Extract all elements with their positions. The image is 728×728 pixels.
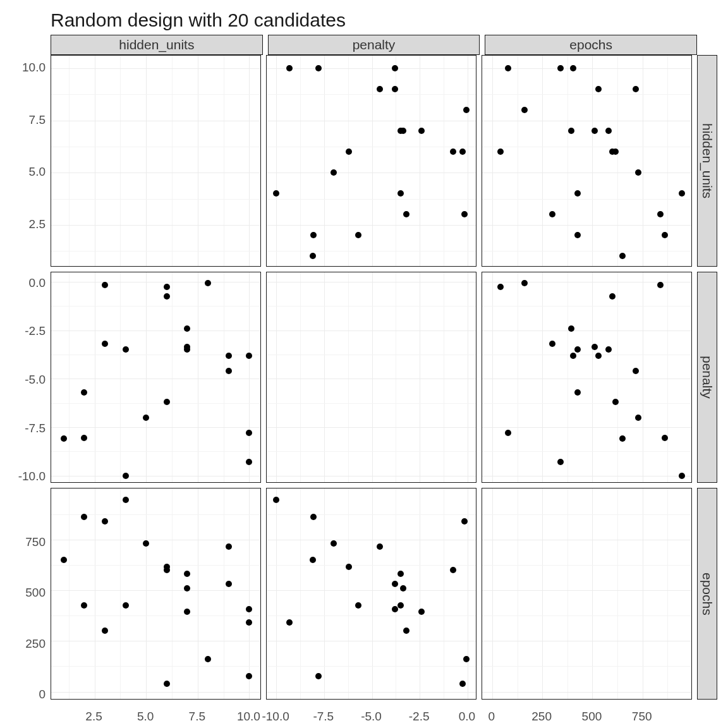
x-tick-label: -2.5 [409, 710, 430, 724]
data-point [226, 353, 232, 359]
x-tick-label: 2.5 [85, 710, 102, 724]
data-point [246, 619, 252, 626]
x-tick-label: 0.0 [459, 710, 475, 724]
data-point [400, 128, 406, 134]
data-point [331, 540, 337, 547]
data-point [635, 415, 641, 421]
y-tick-label: 750 [25, 535, 46, 549]
x-tick-label: -5.0 [361, 710, 382, 724]
data-point [61, 557, 67, 563]
x-tick-label: 750 [632, 710, 652, 724]
data-point [403, 628, 410, 634]
data-point [570, 353, 576, 359]
data-point [568, 128, 574, 134]
data-point [679, 190, 685, 197]
chart-title: Random design with 20 candidates [51, 9, 346, 31]
data-point [123, 473, 129, 479]
data-point [679, 473, 685, 479]
data-point [612, 399, 619, 405]
data-point [497, 149, 504, 155]
data-point [184, 609, 190, 615]
data-point [619, 435, 626, 442]
data-point [549, 211, 555, 217]
data-point [574, 389, 581, 396]
panel [266, 272, 476, 483]
x-tick-label: -10.0 [262, 710, 289, 724]
panel [266, 488, 476, 700]
data-point [273, 190, 279, 197]
data-point [102, 341, 108, 347]
data-point [459, 149, 466, 155]
pairs-matrix: hidden_unitspenaltyepochs hidden_unitspe… [51, 35, 717, 705]
data-point [310, 514, 317, 520]
data-point [392, 86, 398, 92]
data-point [557, 459, 564, 465]
data-point [633, 86, 639, 92]
data-point [184, 571, 190, 577]
data-point [592, 344, 598, 350]
data-point [377, 86, 383, 92]
column-strip: epochs [485, 35, 697, 55]
x-tick-label: 0 [488, 710, 495, 724]
x-tick-label: 7.5 [189, 710, 205, 724]
data-point [461, 211, 468, 217]
data-point [226, 368, 232, 374]
panel [51, 55, 261, 267]
data-point [273, 497, 279, 503]
data-point [605, 346, 612, 353]
data-point [377, 543, 383, 550]
data-point [164, 681, 170, 687]
row-strip: hidden_units [697, 55, 717, 267]
data-point [605, 128, 612, 134]
data-point [164, 567, 170, 573]
data-point [81, 514, 87, 520]
y-tick-label: 0 [39, 688, 46, 701]
data-point [595, 353, 602, 359]
data-point [246, 673, 252, 679]
data-point [310, 253, 316, 259]
data-point [392, 606, 398, 612]
data-point [450, 149, 456, 155]
data-point [123, 497, 129, 503]
data-point [355, 602, 361, 609]
y-tick-label: -10.0 [18, 470, 46, 483]
data-point [392, 65, 398, 71]
data-point [557, 65, 564, 71]
y-tick-label: -7.5 [25, 422, 46, 435]
data-point [450, 567, 456, 573]
data-point [459, 681, 466, 687]
panel [482, 272, 692, 483]
data-point [102, 518, 108, 525]
data-point [657, 282, 664, 288]
data-point [392, 581, 398, 587]
data-point [102, 628, 108, 634]
data-point [61, 435, 67, 442]
data-point [346, 149, 352, 155]
data-point [635, 169, 641, 176]
data-point [397, 571, 404, 577]
data-point [595, 86, 602, 92]
data-point [662, 232, 668, 238]
data-point [662, 435, 668, 441]
data-point [81, 389, 87, 396]
panel [266, 55, 476, 267]
panel [482, 488, 692, 700]
data-point [657, 211, 664, 217]
data-point [521, 280, 528, 286]
column-strip: penalty [268, 35, 480, 55]
panel [51, 488, 261, 700]
data-point [461, 518, 468, 525]
data-point [286, 619, 293, 626]
x-tick-label: 5.0 [137, 710, 154, 724]
data-point [549, 341, 555, 347]
row-strip: penalty [697, 272, 717, 483]
y-tick-label: -2.5 [25, 324, 46, 338]
data-point [143, 415, 149, 421]
data-point [609, 293, 616, 300]
row-strip: epochs [697, 488, 717, 700]
data-point [570, 65, 576, 71]
data-point [505, 65, 511, 71]
data-point [497, 284, 504, 290]
x-tick-label: 500 [582, 710, 602, 724]
data-point [81, 602, 87, 609]
